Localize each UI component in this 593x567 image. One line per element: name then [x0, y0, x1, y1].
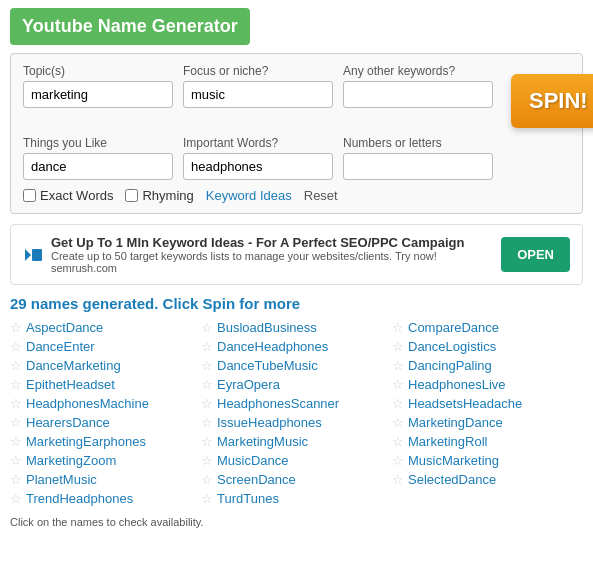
name-link[interactable]: MusicMarketing: [408, 453, 499, 468]
star-icon: ☆: [392, 320, 404, 335]
name-link[interactable]: DanceTubeMusic: [217, 358, 318, 373]
rhyming-checkbox[interactable]: [125, 189, 138, 202]
name-item: ☆TrendHeadphones: [10, 491, 201, 506]
name-link[interactable]: AspectDance: [26, 320, 103, 335]
star-icon: ☆: [392, 453, 404, 468]
name-item: ☆HearersDance: [10, 415, 201, 430]
ad-text: Get Up To 1 Mln Keyword Ideas - For A Pe…: [51, 235, 491, 274]
name-item: ☆HeadphonesMachine: [10, 396, 201, 411]
names-grid: ☆AspectDance☆BusloadBusiness☆CompareDanc…: [10, 320, 583, 506]
name-item: ☆CompareDance: [392, 320, 583, 335]
name-item: ☆MarketingRoll: [392, 434, 583, 449]
name-link[interactable]: MusicDance: [217, 453, 289, 468]
name-item: ☆EyraOpera: [201, 377, 392, 392]
name-link[interactable]: EpithetHeadset: [26, 377, 115, 392]
name-item: ☆ScreenDance: [201, 472, 392, 487]
keywords-input[interactable]: [343, 81, 493, 108]
svg-rect-1: [32, 249, 42, 261]
name-item: ☆HeadsetsHeadache: [392, 396, 583, 411]
star-icon: ☆: [10, 320, 22, 335]
rhyming-label[interactable]: Rhyming: [125, 188, 193, 203]
focus-field-group: Focus or niche?: [183, 64, 333, 108]
name-link[interactable]: DanceEnter: [26, 339, 95, 354]
star-icon: ☆: [201, 377, 213, 392]
name-link[interactable]: MarketingEarphones: [26, 434, 146, 449]
name-item: ☆DanceMarketing: [10, 358, 201, 373]
name-link[interactable]: IssueHeadphones: [217, 415, 322, 430]
name-item: ☆MarketingDance: [392, 415, 583, 430]
open-button[interactable]: OPEN: [501, 237, 570, 272]
name-link[interactable]: TrendHeadphones: [26, 491, 133, 506]
name-item: ☆DanceEnter: [10, 339, 201, 354]
name-link[interactable]: MarketingZoom: [26, 453, 116, 468]
name-item: ☆TurdTunes: [201, 491, 392, 506]
keyword-ideas-link[interactable]: Keyword Ideas: [206, 188, 292, 203]
star-icon: ☆: [201, 415, 213, 430]
topic-input[interactable]: [23, 81, 173, 108]
name-link[interactable]: SelectedDance: [408, 472, 496, 487]
app-header: Youtube Name Generator: [10, 8, 250, 45]
star-icon: ☆: [201, 472, 213, 487]
things-input[interactable]: [23, 153, 173, 180]
star-icon: ☆: [392, 377, 404, 392]
name-item: ☆HeadphonesLive: [392, 377, 583, 392]
svg-marker-0: [25, 249, 31, 261]
star-icon: ☆: [10, 491, 22, 506]
things-label: Things you Like: [23, 136, 173, 150]
star-icon: ☆: [392, 358, 404, 373]
focus-input[interactable]: [183, 81, 333, 108]
exact-words-label[interactable]: Exact Words: [23, 188, 113, 203]
form-row-1: Topic(s) Focus or niche? Any other keywo…: [23, 64, 570, 128]
name-link[interactable]: HeadphonesMachine: [26, 396, 149, 411]
name-link[interactable]: PlanetMusic: [26, 472, 97, 487]
name-item: ☆MarketingMusic: [201, 434, 392, 449]
name-link[interactable]: MarketingDance: [408, 415, 503, 430]
name-item: ☆EpithetHeadset: [10, 377, 201, 392]
name-link[interactable]: HearersDance: [26, 415, 110, 430]
ad-title: Get Up To 1 Mln Keyword Ideas - For A Pe…: [51, 235, 491, 250]
name-item: ☆DanceLogistics: [392, 339, 583, 354]
star-icon: ☆: [201, 434, 213, 449]
name-link[interactable]: DanceLogistics: [408, 339, 496, 354]
name-link[interactable]: MarketingMusic: [217, 434, 308, 449]
name-link[interactable]: CompareDance: [408, 320, 499, 335]
name-link[interactable]: DancingPaling: [408, 358, 492, 373]
footer-note: Click on the names to check availability…: [10, 516, 583, 528]
name-item: ☆IssueHeadphones: [201, 415, 392, 430]
keywords-field-group: Any other keywords?: [343, 64, 493, 108]
name-link[interactable]: HeadphonesScanner: [217, 396, 339, 411]
star-icon: ☆: [392, 434, 404, 449]
name-link[interactable]: HeadsetsHeadache: [408, 396, 522, 411]
reset-link[interactable]: Reset: [304, 188, 338, 203]
name-link[interactable]: DanceMarketing: [26, 358, 121, 373]
star-icon: ☆: [201, 358, 213, 373]
name-link[interactable]: ScreenDance: [217, 472, 296, 487]
name-link[interactable]: DanceHeadphones: [217, 339, 328, 354]
numbers-input[interactable]: [343, 153, 493, 180]
focus-label: Focus or niche?: [183, 64, 333, 78]
star-icon: ☆: [201, 491, 213, 506]
name-item: ☆HeadphonesScanner: [201, 396, 392, 411]
name-item: ☆DanceTubeMusic: [201, 358, 392, 373]
star-icon: ☆: [10, 453, 22, 468]
exact-words-checkbox[interactable]: [23, 189, 36, 202]
name-item: ☆DancingPaling: [392, 358, 583, 373]
name-item: ☆BusloadBusiness: [201, 320, 392, 335]
important-input[interactable]: [183, 153, 333, 180]
things-field-group: Things you Like: [23, 136, 173, 180]
star-icon: ☆: [201, 453, 213, 468]
name-link[interactable]: EyraOpera: [217, 377, 280, 392]
name-link[interactable]: MarketingRoll: [408, 434, 487, 449]
star-icon: ☆: [10, 415, 22, 430]
name-item: ☆MusicMarketing: [392, 453, 583, 468]
name-link[interactable]: BusloadBusiness: [217, 320, 317, 335]
name-link[interactable]: HeadphonesLive: [408, 377, 506, 392]
name-link[interactable]: TurdTunes: [217, 491, 279, 506]
name-item: ☆SelectedDance: [392, 472, 583, 487]
star-icon: ☆: [10, 472, 22, 487]
ad-description: Create up to 50 target keywords lists to…: [51, 250, 491, 262]
spin-button[interactable]: SPIN!: [511, 74, 593, 128]
topic-field-group: Topic(s): [23, 64, 173, 108]
important-field-group: Important Words?: [183, 136, 333, 180]
star-icon: ☆: [10, 434, 22, 449]
